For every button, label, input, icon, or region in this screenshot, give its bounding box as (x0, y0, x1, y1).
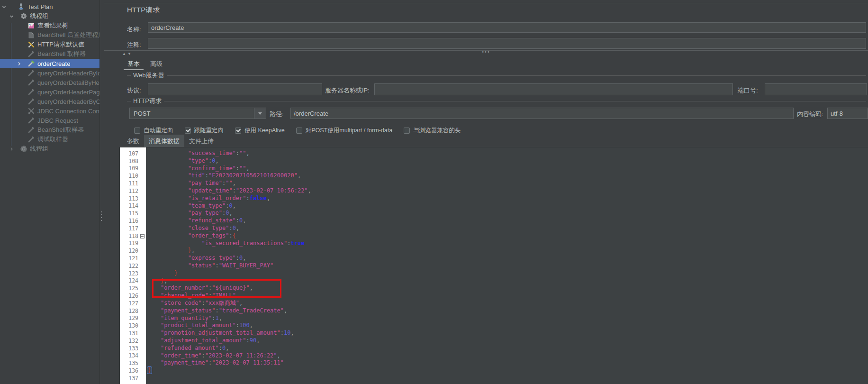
tab-参数[interactable]: 参数 (122, 135, 144, 147)
tab-消息体数据[interactable]: 消息体数据 (144, 135, 184, 147)
chevron-placeholder (16, 80, 22, 85)
line-number: 127 (120, 300, 146, 307)
tree-item-queryOrderDetailByHeaderId[interactable]: queryOrderDetailByHeaderId (0, 78, 99, 87)
method-value: POST (130, 110, 254, 117)
tree-item--[interactable]: 查看结果树 (0, 21, 99, 30)
token: { (233, 232, 236, 239)
method-dropdown-button[interactable] (254, 108, 266, 119)
line-number: 134 (120, 352, 146, 359)
tree-item-JDBC-Connection-Configuration[interactable]: JDBC Connection Configuration (0, 106, 99, 116)
checkbox-checked[interactable] (185, 128, 191, 134)
chevron-right-icon[interactable] (9, 146, 14, 152)
tab-高级[interactable]: 高级 (145, 57, 168, 71)
method-select[interactable]: POST (129, 108, 266, 119)
line-number: 115 (120, 210, 146, 217)
checkbox-checked[interactable] (235, 128, 241, 134)
token: : (236, 217, 239, 224)
token: , (267, 195, 270, 201)
tab-文件上传[interactable]: 文件上传 (184, 135, 218, 147)
line-number: 135 (120, 360, 146, 366)
chevron-placeholder (16, 118, 22, 123)
httprequest-group-legend: HTTP请求 (127, 98, 866, 104)
token: , (284, 307, 287, 314)
port-input[interactable] (765, 83, 867, 95)
token: , (229, 210, 232, 216)
token: "" (239, 165, 246, 172)
splitter-collapse-arrows-icon[interactable]: ▲▼ (122, 52, 133, 56)
tab-基本[interactable]: 基本 (122, 57, 145, 71)
token: : (246, 195, 250, 201)
code-line-116: 116 "refund_state":0, (120, 217, 868, 225)
token: "refunded_amount" (161, 345, 219, 351)
checkbox-unchecked[interactable] (134, 128, 140, 134)
checkbox-label: 跟随重定向 (194, 127, 224, 135)
token: 90 (250, 337, 256, 344)
tree-item-queryOrderHeaderById[interactable]: queryOrderHeaderById (0, 68, 99, 78)
token: , (246, 165, 250, 172)
chevron-placeholder (16, 89, 22, 95)
tree-item-label: JDBC Connection Configuration (37, 108, 99, 115)
tree-item--[interactable]: 调试取样器 (0, 135, 99, 144)
server-name-input[interactable] (374, 83, 733, 95)
protocol-input[interactable] (148, 83, 322, 95)
name-input[interactable] (148, 22, 866, 33)
tree-item--[interactable]: 线程组 (0, 11, 99, 21)
chevron-down-icon[interactable] (9, 13, 14, 19)
token: "item_quantity" (161, 315, 212, 321)
tree-item-HTTP-[interactable]: HTTP请求默认值 (0, 40, 99, 49)
checkbox-unchecked[interactable] (404, 128, 410, 134)
chevron-down-icon[interactable] (1, 4, 7, 9)
tree-item-queryOrderHeaderPageList[interactable]: queryOrderHeaderPageList (0, 87, 99, 97)
body-data-editor[interactable]: 107 "success_time":"",108 "type":0,109 "… (119, 147, 868, 384)
tree-item-JDBC-Request[interactable]: JDBC Request (0, 116, 99, 125)
token: "type" (188, 157, 208, 164)
tools-icon (27, 41, 35, 48)
panel-splitter[interactable] (99, 0, 104, 384)
line-number: 126 (120, 293, 146, 299)
tree-item-BeanShell-[interactable]: BeanShell取样器 (0, 125, 99, 135)
webserver-group-legend: Web服务器 (127, 72, 866, 79)
token: "express_type" (188, 255, 236, 261)
path-input[interactable] (290, 108, 794, 119)
sampler-active-icon (27, 60, 35, 67)
encoding-input[interactable] (827, 108, 868, 119)
code-line-123: 123 } (120, 270, 868, 277)
doc-icon (27, 32, 35, 39)
section-splitter[interactable]: ▲▼ ••• (104, 50, 868, 57)
code-line-120: 120 }, (120, 247, 868, 255)
chevron-placeholder (16, 108, 22, 114)
code-line-113: 113 "is_retail_order":false, (120, 195, 868, 202)
token: "2023-02-07 11:35:11" (212, 359, 284, 366)
token: : (236, 150, 239, 156)
tree-item-queryOrderHeaderByOrderNum[interactable]: queryOrderHeaderByOrderNum (0, 97, 99, 106)
chevron-right-icon[interactable] (16, 61, 22, 66)
token: "" (239, 150, 246, 156)
token: "order_tags" (188, 232, 229, 239)
token: : (212, 315, 215, 321)
token: "pay_time" (188, 180, 222, 186)
tree-item-Test-Plan[interactable]: Test Plan (0, 2, 99, 11)
line-number: 122 (120, 263, 146, 269)
checkbox-label: 与浏览器兼容的头 (413, 127, 461, 135)
sampler-icon (27, 70, 35, 77)
tree-item-orderCreate[interactable]: orderCreate (0, 59, 99, 68)
tools-gray-icon (27, 108, 35, 115)
tree-item-label: queryOrderDetailByHeaderId (37, 79, 99, 86)
tree-item-label: BeanShell 后置处理程序 (37, 31, 99, 39)
tree-item-label: queryOrderHeaderByOrderNum (37, 98, 99, 105)
line-number: 108 (120, 158, 146, 165)
fold-collapse-icon[interactable] (140, 234, 145, 238)
option-2: 使用 KeepAlive (235, 127, 285, 135)
line-number: 131 (120, 330, 146, 337)
tree-item-BeanShell-[interactable]: BeanShell 取样器 (0, 49, 99, 59)
tree-item-label: queryOrderHeaderById (37, 70, 99, 77)
code-line-115: 115 "pay_type":0, (120, 210, 868, 217)
token: 10 (284, 329, 290, 336)
token: : (236, 165, 239, 172)
tree-item--[interactable]: 线程组 (0, 144, 99, 154)
test-plan-tree[interactable]: Test Plan线程组查看结果树BeanShell 后置处理程序HTTP请求默… (0, 0, 99, 384)
comment-input[interactable] (148, 38, 866, 49)
checkbox-unchecked[interactable] (296, 128, 302, 134)
token: "product_total_amount" (161, 322, 236, 329)
tree-item-BeanShell-[interactable]: BeanShell 后置处理程序 (0, 30, 99, 40)
